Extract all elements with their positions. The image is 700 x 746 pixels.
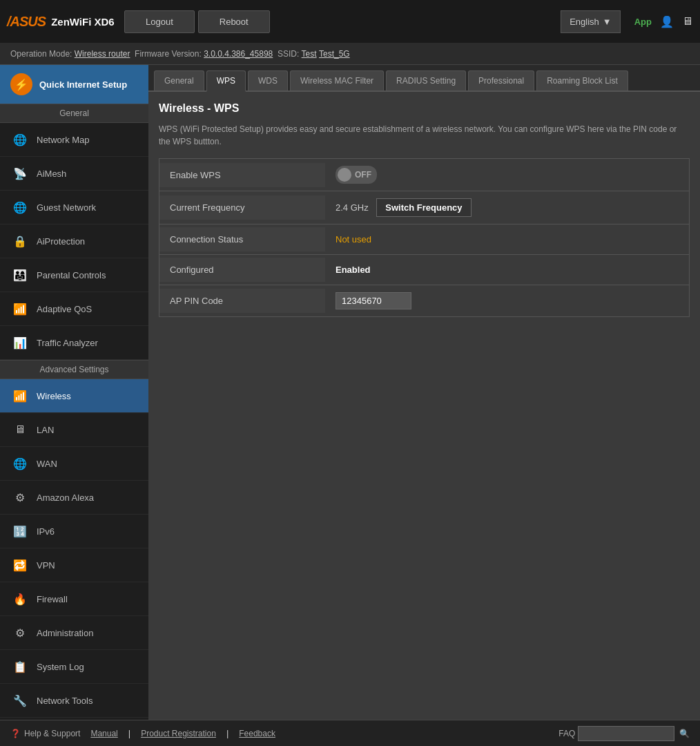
page-description: WPS (WiFi Protected Setup) provides easy… [159, 123, 690, 148]
sidebar-item-administration[interactable]: ⚙ Administration [0, 616, 148, 650]
monitor-icon[interactable]: 🖥 [682, 15, 693, 28]
sidebar-item-label: IPv6 [37, 526, 55, 537]
search-icon[interactable]: 🔍 [679, 729, 690, 738]
sidebar-item-label: Guest Network [37, 202, 96, 213]
quick-setup-label: Quick Internet Setup [39, 79, 127, 90]
sidebar-item-label: Amazon Alexa [37, 492, 94, 503]
enable-wps-value: OFF [325, 159, 689, 191]
sidebar-item-firewall[interactable]: 🔥 Firewall [0, 582, 148, 616]
reboot-button[interactable]: Reboot [198, 10, 270, 33]
tab-general[interactable]: General [154, 70, 204, 90]
wireless-icon: 📶 [10, 386, 30, 405]
firmware-value[interactable]: 3.0.0.4.386_45898 [204, 49, 273, 59]
sidebar-item-label: AiProtection [37, 236, 85, 247]
sidebar-item-wireless[interactable]: 📶 Wireless [0, 379, 148, 413]
logout-button[interactable]: Logout [124, 10, 195, 33]
system-log-icon: 📋 [10, 657, 30, 676]
current-frequency-value: 2.4 GHz Switch Frequency [325, 191, 689, 224]
page-content: Wireless - WPS WPS (WiFi Protected Setup… [148, 92, 700, 720]
operation-mode-label: Operation Mode: [10, 49, 72, 59]
sidebar-item-label: LAN [37, 425, 54, 435]
product-name: ZenWiFi XD6 [51, 16, 115, 28]
switch-frequency-button[interactable]: Switch Frequency [376, 198, 471, 217]
firmware-label: Firmware Version: [135, 49, 202, 59]
faq-label: FAQ [558, 729, 575, 738]
sidebar-item-parental-controls[interactable]: 👨‍👩‍👧 Parental Controls [0, 258, 148, 292]
sidebar-item-wan[interactable]: 🌐 WAN [0, 447, 148, 481]
tab-radius[interactable]: RADIUS Setting [386, 70, 466, 90]
quick-internet-setup[interactable]: ⚡ Quick Internet Setup [0, 65, 148, 104]
tab-mac-filter[interactable]: Wireless MAC Filter [290, 70, 384, 90]
app-button[interactable]: App [634, 17, 652, 27]
footer: ❓ Help & Support Manual | Product Regist… [0, 720, 700, 746]
manual-link[interactable]: Manual [90, 729, 117, 738]
sidebar-item-aimesh[interactable]: 📡 AiMesh [0, 157, 148, 191]
ap-pin-code-value [325, 285, 689, 316]
faq-search-input[interactable] [578, 726, 674, 741]
ssid-5g-value[interactable]: Test_5G [319, 49, 350, 59]
parental-controls-icon: 👨‍👩‍👧 [10, 265, 30, 285]
sidebar-item-label: AiMesh [37, 169, 66, 179]
tab-wps[interactable]: WPS [206, 70, 246, 92]
quick-setup-icon: ⚡ [10, 73, 32, 95]
sidebar-item-amazon-alexa[interactable]: ⚙ Amazon Alexa [0, 481, 148, 515]
info-bar: Operation Mode: Wireless router Firmware… [0, 43, 700, 65]
operation-mode-value[interactable]: Wireless router [75, 49, 130, 59]
firewall-icon: 🔥 [10, 589, 30, 609]
sidebar-item-adaptive-qos[interactable]: 📶 Adaptive QoS [0, 292, 148, 326]
sidebar-item-label: Firewall [37, 594, 68, 604]
toggle-label: OFF [355, 170, 371, 180]
sidebar-item-network-tools[interactable]: 🔧 Network Tools [0, 684, 148, 718]
ap-pin-code-input[interactable] [336, 292, 411, 309]
network-tools-icon: 🔧 [10, 691, 30, 710]
wan-icon: 🌐 [10, 454, 30, 473]
language-label: English [570, 17, 599, 27]
frequency-text: 2.4 GHz [336, 202, 369, 213]
language-selector[interactable]: English ▼ [561, 10, 621, 33]
user-icon[interactable]: 👤 [660, 15, 674, 28]
tab-professional[interactable]: Professional [468, 70, 534, 90]
sidebar-item-label: Network Tools [37, 696, 93, 706]
administration-icon: ⚙ [10, 623, 30, 642]
sidebar-item-system-log[interactable]: 📋 System Log [0, 650, 148, 684]
tab-wds[interactable]: WDS [248, 70, 288, 90]
sidebar-item-vpn[interactable]: 🔁 VPN [0, 548, 148, 582]
content-area: General WPS WDS Wireless MAC Filter RADI… [148, 65, 700, 720]
asus-logo: /ASUS [7, 14, 46, 30]
feedback-link[interactable]: Feedback [239, 729, 275, 738]
sidebar-item-label: Network Map [37, 135, 90, 145]
ssid-value[interactable]: Test [302, 49, 317, 59]
amazon-alexa-icon: ⚙ [10, 488, 30, 507]
page-title: Wireless - WPS [159, 102, 690, 115]
sidebar-item-label: Traffic Analyzer [37, 338, 98, 348]
sidebar-item-guest-network[interactable]: 🌐 Guest Network [0, 191, 148, 224]
sidebar-item-label: VPN [37, 560, 55, 571]
guest-network-icon: 🌐 [10, 198, 30, 217]
sidebar-item-label: Wireless [37, 391, 71, 401]
configured-row: Configured Enabled [159, 254, 690, 285]
header: /ASUS ZenWiFi XD6 Logout Reboot English … [0, 0, 700, 43]
current-frequency-label: Current Frequency [159, 195, 325, 220]
sidebar-item-ipv6[interactable]: 🔢 IPv6 [0, 515, 148, 548]
footer-help: ❓ Help & Support [10, 729, 80, 738]
toggle-circle [338, 168, 351, 182]
wps-toggle[interactable]: OFF [336, 166, 377, 184]
sidebar-item-traffic-analyzer[interactable]: 📊 Traffic Analyzer [0, 326, 148, 360]
main-layout: ⚡ Quick Internet Setup General 🌐 Network… [0, 65, 700, 720]
lan-icon: 🖥 [10, 420, 30, 439]
general-section-header: General [0, 104, 148, 123]
sidebar-item-aiprotection[interactable]: 🔒 AiProtection [0, 224, 148, 258]
sidebar-item-lan[interactable]: 🖥 LAN [0, 413, 148, 447]
sidebar-item-label: WAN [37, 459, 57, 469]
configured-value: Enabled [325, 258, 689, 282]
logo-area: /ASUS ZenWiFi XD6 [7, 14, 117, 30]
footer-faq-area: FAQ 🔍 [558, 726, 690, 741]
tab-roaming[interactable]: Roaming Block List [536, 70, 628, 90]
sidebar-item-label: Administration [37, 628, 93, 638]
sidebar-item-network-map[interactable]: 🌐 Network Map [0, 123, 148, 157]
header-buttons: Logout Reboot [124, 10, 554, 33]
connection-status-label: Connection Status [159, 227, 325, 251]
product-registration-link[interactable]: Product Registration [141, 729, 216, 738]
aimesh-icon: 📡 [10, 164, 30, 183]
separator1: | [128, 728, 130, 738]
